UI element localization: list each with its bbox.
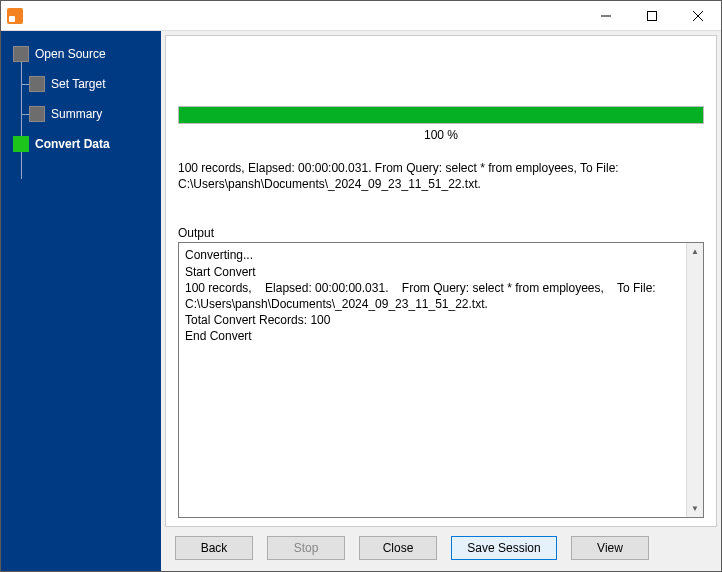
main: 100 % 100 records, Elapsed: 00:00:00.031… — [161, 31, 721, 571]
svg-rect-1 — [648, 11, 657, 20]
close-panel-button[interactable]: Close — [359, 536, 437, 560]
sidebar-item-label: Convert Data — [35, 137, 110, 151]
app-icon — [7, 8, 23, 24]
minimize-button[interactable] — [583, 1, 629, 30]
sidebar-item-set-target[interactable]: Set Target — [1, 69, 161, 99]
view-button[interactable]: View — [571, 536, 649, 560]
button-row: Back Stop Close Save Session View — [161, 531, 721, 571]
back-button[interactable]: Back — [175, 536, 253, 560]
titlebar-left — [1, 8, 23, 24]
step-box-icon — [29, 106, 45, 122]
output-text[interactable]: Converting... Start Convert 100 records,… — [179, 243, 686, 517]
output-scrollbar[interactable]: ▲ ▼ — [686, 243, 703, 517]
sidebar-item-label: Summary — [51, 107, 102, 121]
scroll-down-icon[interactable]: ▼ — [687, 500, 703, 517]
status-text: 100 records, Elapsed: 00:00:00.031. From… — [178, 160, 704, 192]
sidebar-item-label: Open Source — [35, 47, 106, 61]
step-box-icon — [13, 46, 29, 62]
maximize-button[interactable] — [629, 1, 675, 30]
close-button[interactable] — [675, 1, 721, 30]
app-window: Open Source Set Target Summary Convert D… — [0, 0, 722, 572]
progress-label: 100 % — [178, 128, 704, 142]
step-box-icon — [29, 76, 45, 92]
maximize-icon — [647, 11, 657, 21]
scroll-up-icon[interactable]: ▲ — [687, 243, 703, 260]
close-icon — [693, 11, 703, 21]
content-panel: 100 % 100 records, Elapsed: 00:00:00.031… — [165, 35, 717, 527]
save-session-button[interactable]: Save Session — [451, 536, 557, 560]
stop-button: Stop — [267, 536, 345, 560]
body: Open Source Set Target Summary Convert D… — [1, 31, 721, 571]
window-controls — [583, 1, 721, 30]
sidebar-item-open-source[interactable]: Open Source — [1, 39, 161, 69]
output-box: Converting... Start Convert 100 records,… — [178, 242, 704, 518]
minimize-icon — [601, 11, 611, 21]
sidebar-item-convert-data[interactable]: Convert Data — [1, 129, 161, 159]
titlebar — [1, 1, 721, 31]
sidebar-item-summary[interactable]: Summary — [1, 99, 161, 129]
step-box-icon — [13, 136, 29, 152]
progress-fill — [179, 107, 703, 123]
output-label: Output — [178, 226, 704, 240]
sidebar-item-label: Set Target — [51, 77, 105, 91]
progress-section: 100 % — [178, 106, 704, 142]
sidebar: Open Source Set Target Summary Convert D… — [1, 31, 161, 571]
progress-bar — [178, 106, 704, 124]
